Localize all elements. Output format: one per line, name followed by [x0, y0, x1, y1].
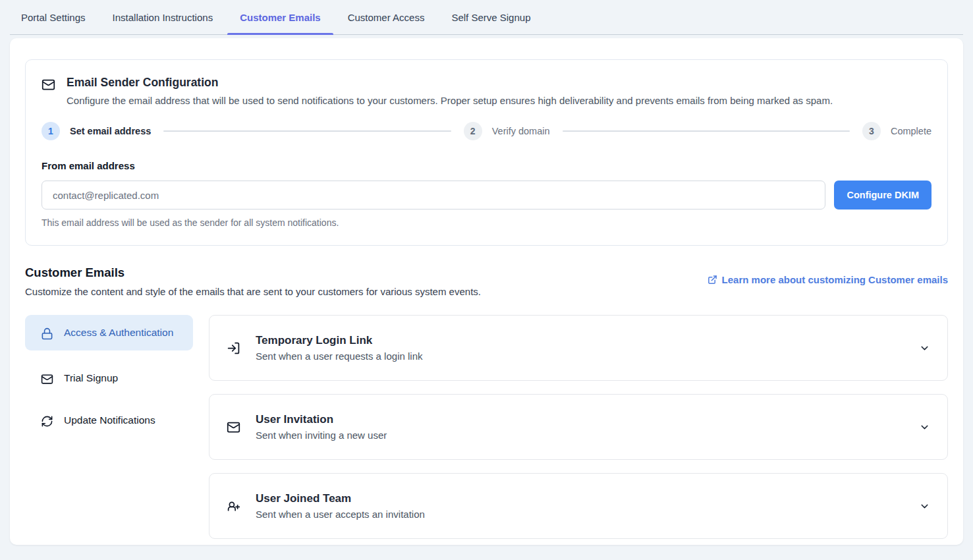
- category-label: Access & Authentication: [64, 325, 173, 341]
- step-set-email-address: 1 Set email address: [42, 122, 151, 140]
- from-email-helper-text: This email address will be used as the s…: [42, 217, 931, 228]
- from-email-input[interactable]: [42, 181, 825, 210]
- category-label: Trial Signup: [64, 370, 118, 386]
- email-category-list: Access & Authentication Trial Signup: [25, 315, 193, 539]
- lock-icon: [41, 325, 53, 340]
- customer-emails-description: Customize the content and style of the e…: [25, 286, 481, 297]
- category-update-notifications[interactable]: Update Notifications: [25, 406, 193, 435]
- configure-dkim-button[interactable]: Configure DKIM: [834, 181, 931, 210]
- from-email-label: From email address: [42, 160, 931, 171]
- mail-icon: [41, 370, 53, 385]
- email-card-title: User Invitation: [256, 413, 387, 426]
- email-card-description: Sent when a user accepts an invitation: [256, 509, 425, 520]
- sender-config-title: Email Sender Configuration: [67, 76, 833, 90]
- category-trial-signup[interactable]: Trial Signup: [25, 364, 193, 393]
- sender-config-description: Configure the email address that will be…: [67, 94, 833, 107]
- learn-more-link[interactable]: Learn more about customizing Customer em…: [708, 274, 948, 285]
- step-2-number: 2: [464, 122, 482, 140]
- email-card-user-joined-team[interactable]: User Joined Team Sent when a user accept…: [209, 473, 948, 539]
- learn-more-label: Learn more about customizing Customer em…: [722, 274, 948, 285]
- stepper-connector: [563, 130, 850, 132]
- settings-tabbar: Portal Settings Installation Instruction…: [10, 0, 963, 35]
- email-template-list: Temporary Login Link Sent when a user re…: [209, 315, 948, 539]
- chevron-down-icon[interactable]: [919, 422, 930, 433]
- tab-customer-emails[interactable]: Customer Emails: [240, 0, 321, 34]
- tab-self-serve-signup[interactable]: Self Serve Signup: [451, 0, 530, 34]
- user-plus-icon: [227, 499, 240, 513]
- email-card-title: Temporary Login Link: [256, 334, 422, 347]
- mail-icon: [42, 76, 55, 107]
- step-2-label: Verify domain: [492, 126, 550, 136]
- stepper-connector: [163, 130, 451, 132]
- email-sender-configuration-card: Email Sender Configuration Configure the…: [25, 59, 948, 246]
- mail-icon: [227, 420, 240, 434]
- tab-customer-access[interactable]: Customer Access: [348, 0, 425, 34]
- tab-installation-instructions[interactable]: Installation Instructions: [113, 0, 213, 34]
- email-card-temporary-login-link[interactable]: Temporary Login Link Sent when a user re…: [209, 315, 948, 381]
- step-3-label: Complete: [891, 126, 931, 136]
- dkim-setup-stepper: 1 Set email address 2 Verify domain 3 Co…: [42, 122, 931, 140]
- refresh-icon: [41, 412, 53, 428]
- tab-portal-settings[interactable]: Portal Settings: [21, 0, 86, 34]
- category-label: Update Notifications: [64, 412, 155, 428]
- step-1-label: Set email address: [70, 126, 151, 136]
- email-card-user-invitation[interactable]: User Invitation Sent when inviting a new…: [209, 394, 948, 460]
- email-card-title: User Joined Team: [256, 492, 425, 505]
- step-3-number: 3: [862, 122, 881, 140]
- customer-emails-panel: Email Sender Configuration Configure the…: [10, 38, 963, 545]
- login-icon: [227, 341, 240, 355]
- chevron-down-icon[interactable]: [919, 501, 930, 512]
- external-link-icon: [708, 275, 717, 285]
- category-access-authentication[interactable]: Access & Authentication: [25, 315, 193, 350]
- customer-emails-title: Customer Emails: [25, 266, 481, 280]
- chevron-down-icon[interactable]: [919, 343, 930, 354]
- step-1-number: 1: [42, 122, 60, 140]
- email-card-description: Sent when a user requests a login link: [256, 350, 422, 362]
- step-complete: 3 Complete: [862, 122, 931, 140]
- email-card-description: Sent when inviting a new user: [256, 430, 387, 441]
- step-verify-domain: 2 Verify domain: [464, 122, 550, 140]
